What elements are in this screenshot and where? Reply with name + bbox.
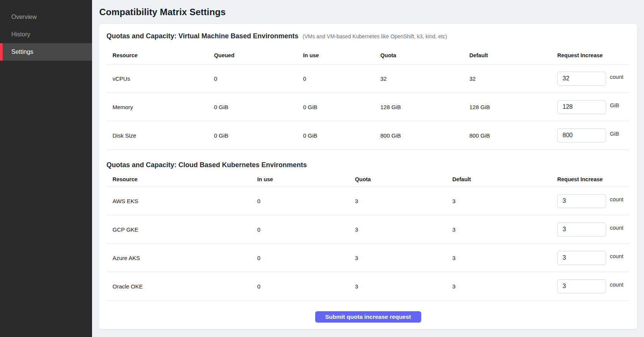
vcpus-request-input[interactable]	[557, 72, 606, 86]
in-use-value: 0 GiB	[297, 132, 374, 139]
vm-table-header: Resource Queued In use Quota Default Req…	[106, 46, 630, 64]
default-value: 3	[446, 226, 551, 233]
queued-value: 0 GiB	[208, 132, 297, 139]
default-value: 32	[463, 75, 551, 82]
cloud-col-quota: Quota	[349, 176, 446, 182]
vm-section-note: (VMs and VM-based Kubernetes like OpenSh…	[303, 33, 447, 39]
table-row-memory: Memory 0 GiB 0 GiB 128 GiB 128 GiB GiB	[106, 93, 630, 121]
table-row-disk-size: Disk Size 0 GiB 0 GiB 800 GiB 800 GiB Gi…	[106, 121, 630, 150]
vm-col-quota: Quota	[374, 52, 463, 58]
request-increase-cell: count	[551, 194, 630, 208]
vm-col-resource: Resource	[106, 52, 208, 58]
request-increase-cell: count	[551, 72, 630, 86]
request-increase-cell: GiB	[551, 100, 630, 114]
table-row-gcp-gke: GCP GKE 0 3 3 count	[106, 215, 630, 244]
cloud-col-resource: Resource	[106, 176, 251, 182]
resource-name: Azure AKS	[106, 255, 251, 261]
vm-col-in-use: In use	[297, 52, 374, 58]
sidebar-item-label: Settings	[11, 49, 33, 55]
sidebar-item-overview[interactable]: Overview	[0, 8, 92, 26]
sidebar-item-label: History	[11, 31, 30, 38]
unit-label: GiB	[610, 102, 619, 108]
request-increase-cell: count	[551, 223, 630, 237]
quota-value: 3	[349, 255, 446, 261]
sidebar-item-label: Overview	[11, 14, 37, 20]
in-use-value: 0	[251, 226, 349, 233]
submit-quota-increase-button[interactable]: Submit quota increase request	[315, 311, 421, 323]
memory-request-input[interactable]	[557, 100, 606, 114]
in-use-value: 0	[251, 255, 349, 261]
in-use-value: 0	[297, 75, 374, 82]
resource-name: Oracle OKE	[106, 283, 251, 290]
unit-label: count	[610, 225, 623, 231]
cloud-section-title-text: Quotas and Capacity: Cloud Based Kuberne…	[106, 161, 307, 169]
vm-section-title-text: Quotas and Capacity: Virtual Machine Bas…	[106, 32, 299, 40]
resource-name: AWS EKS	[106, 198, 251, 204]
oracle-oke-request-input[interactable]	[557, 279, 606, 293]
default-value: 3	[446, 255, 551, 261]
default-value: 3	[446, 283, 551, 290]
settings-card: Quotas and Capacity: Virtual Machine Bas…	[98, 24, 638, 329]
unit-label: count	[610, 74, 623, 80]
table-row-aws-eks: AWS EKS 0 3 3 count	[106, 187, 630, 215]
gcp-gke-request-input[interactable]	[557, 223, 606, 237]
queued-value: 0	[208, 75, 297, 82]
quota-value: 3	[349, 226, 446, 233]
quota-value: 800 GiB	[374, 132, 463, 139]
sidebar: Overview History Settings	[0, 0, 92, 337]
resource-name: vCPUs	[106, 75, 208, 82]
default-value: 3	[446, 198, 551, 204]
quota-value: 128 GiB	[374, 104, 463, 110]
main-content: Compatibility Matrix Settings Quotas and…	[92, 0, 644, 337]
table-row-azure-aks: Azure AKS 0 3 3 count	[106, 244, 630, 272]
table-row-vcpus: vCPUs 0 0 32 32 count	[106, 64, 630, 93]
unit-label: GiB	[610, 131, 619, 137]
sidebar-item-settings[interactable]: Settings	[0, 43, 92, 61]
cloud-col-default: Default	[446, 176, 551, 182]
unit-label: count	[610, 196, 623, 202]
request-increase-cell: GiB	[551, 129, 630, 143]
disk-size-request-input[interactable]	[557, 129, 606, 143]
request-increase-cell: count	[551, 251, 630, 265]
resource-name: Memory	[106, 104, 208, 110]
cloud-col-in-use: In use	[251, 176, 349, 182]
quota-value: 32	[374, 75, 463, 82]
default-value: 128 GiB	[463, 104, 551, 110]
resource-name: GCP GKE	[106, 226, 251, 233]
cloud-section-title: Quotas and Capacity: Cloud Based Kuberne…	[106, 160, 630, 170]
azure-aks-request-input[interactable]	[557, 251, 606, 265]
quota-value: 3	[349, 198, 446, 204]
in-use-value: 0	[251, 283, 349, 290]
unit-label: count	[610, 253, 623, 259]
vm-section-title: Quotas and Capacity: Virtual Machine Bas…	[106, 31, 630, 42]
vm-col-default: Default	[463, 52, 551, 58]
aws-eks-request-input[interactable]	[557, 194, 606, 208]
in-use-value: 0 GiB	[297, 104, 374, 110]
page-title: Compatibility Matrix Settings	[99, 7, 638, 17]
table-row-oracle-oke: Oracle OKE 0 3 3 count	[106, 272, 630, 301]
cloud-table-header: Resource In use Quota Default Request In…	[106, 172, 630, 187]
vm-col-queued: Queued	[208, 52, 297, 58]
cloud-col-request-increase: Request Increase	[551, 176, 630, 182]
resource-name: Disk Size	[106, 132, 208, 139]
quota-value: 3	[349, 283, 446, 290]
vm-col-request-increase: Request Increase	[551, 52, 630, 58]
queued-value: 0 GiB	[208, 104, 297, 110]
default-value: 800 GiB	[463, 132, 551, 139]
active-indicator	[0, 43, 3, 61]
in-use-value: 0	[251, 198, 349, 204]
sidebar-item-history[interactable]: History	[0, 26, 92, 43]
unit-label: count	[610, 282, 623, 288]
submit-button-row: Submit quota increase request	[106, 311, 630, 323]
request-increase-cell: count	[551, 279, 630, 293]
